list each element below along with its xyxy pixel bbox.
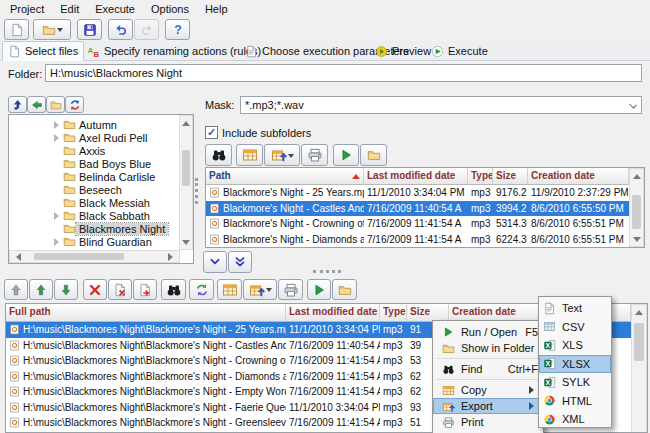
context-menu-print[interactable]: Print (433, 414, 543, 430)
column-header-size[interactable]: Size (493, 168, 528, 185)
tree-item-blackmores-night[interactable]: Blackmores Night (10, 222, 168, 235)
export-xml[interactable]: XML (539, 410, 611, 429)
context-menu-export[interactable]: Export (433, 398, 543, 414)
scrollbar-thumb[interactable] (182, 150, 190, 186)
copy-list-button-bottom[interactable] (217, 279, 242, 300)
export-list-button[interactable] (264, 144, 300, 166)
column-header-modified[interactable]: Last modified date (286, 304, 380, 322)
scroll-up-icon[interactable] (180, 116, 192, 128)
scroll-up-icon[interactable] (632, 305, 646, 317)
export-list-button-bottom[interactable] (243, 279, 277, 300)
chrome-icon (543, 413, 556, 426)
up-level-button[interactable] (8, 96, 27, 113)
column-header-full-path[interactable]: Full path (6, 304, 286, 322)
selected-files-vertical-scrollbar[interactable] (631, 304, 647, 433)
show-in-folder-button[interactable] (360, 144, 387, 166)
menu-help[interactable]: Help (197, 2, 236, 16)
tree-item-axel-rudi-pell[interactable]: Axel Rudi Pell (10, 131, 150, 144)
tree-item-bad-boys-blue[interactable]: Bad Boys Blue (10, 157, 154, 170)
menu-project[interactable]: Project (2, 2, 52, 16)
expand-chevron-icon[interactable] (54, 121, 59, 129)
scroll-down-icon[interactable] (630, 234, 643, 246)
tree-item-autumn[interactable]: Autumn (10, 118, 120, 131)
tab-specify-renaming-actions[interactable]: Specify renaming actions (rules) (82, 41, 266, 61)
files-vertical-scrollbar[interactable] (629, 168, 644, 247)
scrollbar-thumb[interactable] (632, 195, 641, 229)
expand-chevron-icon[interactable] (54, 134, 59, 142)
scroll-left-icon[interactable] (12, 253, 23, 261)
move-up-button[interactable] (29, 279, 53, 300)
export-sylk[interactable]: SYLK (539, 373, 611, 392)
tree-item-black-sabbath[interactable]: Black Sabbath (10, 209, 153, 222)
tree-item-black-messiah[interactable]: Black Messiah (10, 196, 153, 209)
context-menu-find[interactable]: FindCtrl+F (433, 361, 543, 377)
scroll-right-icon[interactable] (166, 253, 177, 261)
find-button-bottom[interactable] (161, 279, 186, 300)
column-header-path[interactable]: Path (206, 168, 364, 185)
mask-combobox[interactable]: *.mp3;*.wav (240, 96, 642, 114)
remove-button[interactable] (83, 279, 107, 300)
clear-list-button[interactable] (133, 279, 157, 300)
print-list-button[interactable] (301, 144, 328, 166)
tree-item-belinda-carlisle[interactable]: Belinda Carlisle (10, 170, 158, 183)
column-header-type[interactable]: Type (380, 304, 407, 322)
move-down-button[interactable] (54, 279, 78, 300)
table-row[interactable]: Blackmore's Night - 25 Years.mp3 11/1/20… (206, 185, 629, 201)
table-row[interactable]: Blackmore's Night - Crowning of the King… (206, 216, 629, 232)
menu-options[interactable]: Options (143, 2, 197, 16)
tree-horizontal-scrollbar[interactable] (9, 250, 180, 263)
open-project-button[interactable] (33, 19, 71, 40)
expand-chevron-icon[interactable] (54, 212, 59, 220)
redo-button[interactable] (134, 19, 159, 40)
add-all-button[interactable] (228, 251, 252, 273)
scrollbar-thumb[interactable] (34, 253, 124, 260)
find-button[interactable] (205, 144, 232, 166)
save-project-button[interactable] (77, 19, 102, 40)
table-row-selected[interactable]: Blackmore's Night - Castles And Dreams. … (206, 201, 629, 217)
refresh-button[interactable] (65, 96, 84, 113)
tree-item-beseech[interactable]: Beseech (10, 183, 125, 196)
tree-vertical-scrollbar[interactable] (179, 115, 193, 250)
run-file-button[interactable] (333, 144, 359, 166)
sync-lists-button[interactable] (189, 279, 214, 300)
tab-label: Execute (448, 45, 488, 57)
expand-chevron-icon[interactable] (54, 238, 59, 246)
print-list-button-bottom[interactable] (278, 279, 303, 300)
table-row[interactable]: Blackmore's Night - Diamonds and Rust.n … (206, 232, 629, 248)
new-folder-button[interactable] (46, 96, 65, 113)
back-button[interactable] (27, 96, 46, 113)
export-xlsx[interactable]: XLSX (539, 355, 611, 374)
menu-edit[interactable]: Edit (52, 2, 87, 16)
column-header-type[interactable]: Type (468, 168, 493, 185)
export-html[interactable]: HTML (539, 392, 611, 411)
show-in-folder-button-bottom[interactable] (332, 279, 357, 300)
tree-item-axxis[interactable]: Axxis (10, 144, 108, 157)
copy-list-button[interactable] (236, 144, 263, 166)
column-header-created[interactable]: Creation date (528, 168, 629, 185)
context-menu-copy[interactable]: Copy (433, 382, 543, 398)
scroll-down-icon[interactable] (180, 237, 192, 249)
new-project-button[interactable] (4, 19, 29, 40)
context-menu-run-open[interactable]: Run / OpenF5 (433, 324, 543, 340)
remove-file-button[interactable] (108, 279, 132, 300)
context-menu-show-in-folder[interactable]: Show in Folder (433, 340, 543, 356)
help-button[interactable] (165, 19, 190, 40)
tab-select-files[interactable]: Select files (2, 41, 84, 61)
add-selected-button[interactable] (203, 251, 227, 273)
folder-input[interactable]: H:\music\Blackmores Night (45, 64, 642, 82)
move-top-button[interactable] (4, 279, 28, 300)
undo-button[interactable] (108, 19, 133, 40)
run-file-button-bottom[interactable] (307, 279, 331, 300)
column-header-modified[interactable]: Last modified date (364, 168, 468, 185)
scrollbar-thumb[interactable] (634, 323, 644, 361)
export-xls[interactable]: XLS (539, 336, 611, 355)
vertical-splitter-handle[interactable] (195, 178, 198, 204)
include-subfolders-checkbox[interactable]: ✓ (205, 126, 218, 139)
horizontal-splitter-handle[interactable] (313, 270, 341, 273)
tree-item-blind-guardian[interactable]: Blind Guardian (10, 235, 155, 248)
export-text[interactable]: Text (539, 299, 611, 318)
tab-execute[interactable]: Execute (426, 41, 493, 61)
menu-execute[interactable]: Execute (87, 2, 143, 16)
export-csv[interactable]: CSV (539, 318, 611, 337)
scroll-up-icon[interactable] (630, 169, 643, 181)
